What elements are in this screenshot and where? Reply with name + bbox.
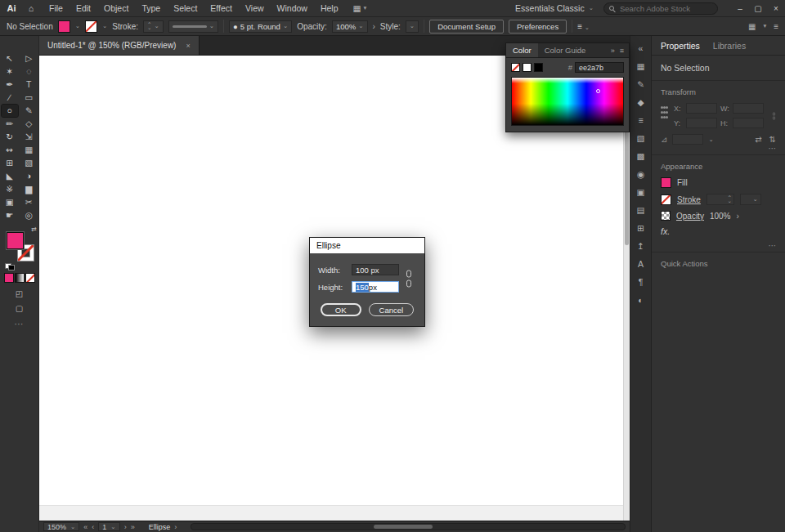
status-bar-arrow-icon[interactable]: › <box>174 523 177 531</box>
chevron-down-icon[interactable]: ⌄ <box>154 23 159 29</box>
stepper-arrows-icon[interactable]: ⌃⌄ <box>727 196 731 202</box>
home-icon[interactable]: ⌂ <box>23 3 39 13</box>
tab-libraries[interactable]: Libraries <box>713 41 746 51</box>
asset-export-panel-icon[interactable]: ↥ <box>634 240 648 253</box>
drawing-modes-icon[interactable]: ◰ <box>0 289 38 298</box>
panel-menu-icon[interactable]: ≡ <box>620 47 624 55</box>
transparency-panel-icon[interactable]: ▩ <box>634 150 648 163</box>
flip-vertical-icon[interactable]: ⇅ <box>769 135 776 144</box>
menu-effect[interactable]: Effect <box>204 3 239 13</box>
menu-object[interactable]: Object <box>97 3 135 13</box>
previous-artboard-icon[interactable]: ‹ <box>92 523 94 531</box>
hex-value-field[interactable]: ee2a7b <box>575 62 624 73</box>
opacity-label[interactable]: Opacity: <box>297 22 327 31</box>
libraries-panel-icon[interactable]: ◐ <box>634 294 648 306</box>
more-options-icon[interactable]: ⋯ <box>769 241 778 250</box>
rotation-field[interactable] <box>672 134 703 145</box>
eyedropper-tool[interactable]: ◣ <box>2 170 18 182</box>
selection-tool[interactable]: ↖ <box>2 52 18 65</box>
column-graph-tool[interactable]: ▆ <box>20 183 37 195</box>
minimize-button[interactable]: – <box>731 4 749 13</box>
zoom-level-select[interactable]: 150% ⌄ <box>43 522 79 531</box>
menu-file[interactable]: File <box>43 3 70 13</box>
variable-width-profile-dropdown[interactable]: ⌄ <box>168 20 218 33</box>
free-transform-tool[interactable]: ▦ <box>20 144 37 156</box>
fx-button[interactable]: fx. <box>661 226 670 236</box>
last-artboard-icon[interactable]: » <box>131 523 135 531</box>
color-mode-button[interactable] <box>4 273 14 283</box>
menu-window[interactable]: Window <box>271 3 314 13</box>
direct-selection-tool[interactable]: ▷ <box>20 52 37 65</box>
color-spectrum-marker[interactable] <box>596 89 600 93</box>
swatches-panel-icon[interactable]: ▦ <box>634 60 648 73</box>
constrain-proportions-icon[interactable] <box>772 108 776 124</box>
cancel-button[interactable]: Cancel <box>369 303 415 316</box>
shaper-tool[interactable]: ◇ <box>20 118 37 130</box>
stroke-weight-stepper[interactable]: ⌃⌄ ⌄ <box>143 20 164 33</box>
opacity-value[interactable]: 100% <box>710 212 731 221</box>
document-setup-button[interactable]: Document Setup <box>429 20 504 34</box>
menu-select[interactable]: Select <box>167 3 204 13</box>
magic-wand-tool[interactable]: ✶ <box>2 65 18 78</box>
stroke-label[interactable]: Stroke <box>677 195 701 204</box>
blend-tool[interactable]: ◑ <box>20 170 37 182</box>
layers-panel-icon[interactable]: ▤ <box>634 204 648 217</box>
close-tab-icon[interactable]: × <box>186 42 190 50</box>
opacity-panel-arrow-icon[interactable]: › <box>736 212 738 221</box>
menu-help[interactable]: Help <box>314 3 345 13</box>
stroke-color-swatch[interactable] <box>85 20 97 33</box>
preferences-button[interactable]: Preferences <box>509 20 567 34</box>
style-label[interactable]: Style: <box>380 22 401 31</box>
chevron-down-icon[interactable]: ⌄ <box>708 136 713 143</box>
reference-point-selector[interactable] <box>661 105 668 119</box>
stroke-panel-icon[interactable]: ≡ <box>634 114 648 127</box>
slice-tool[interactable]: ✂ <box>20 196 37 208</box>
zoom-tool[interactable]: ◎ <box>20 209 37 221</box>
height-input[interactable]: 150 px <box>352 281 399 293</box>
control-panel-menu-icon[interactable]: ≡ <box>774 22 778 31</box>
tab-properties[interactable]: Properties <box>661 41 700 51</box>
search-input[interactable] <box>618 3 712 14</box>
width-tool[interactable]: ↭ <box>2 144 18 156</box>
align-options-dropdown[interactable]: ≡ ⌄ <box>577 22 590 31</box>
arrange-documents-dropdown[interactable]: ▦ ▾ <box>353 3 367 13</box>
stroke-unit-dropdown[interactable]: ⌄ <box>740 194 761 205</box>
mesh-tool[interactable]: ⊞ <box>2 157 18 169</box>
ok-button[interactable]: OK <box>321 303 361 316</box>
y-field[interactable] <box>686 118 717 128</box>
fill-swatch[interactable] <box>661 177 671 188</box>
line-segment-tool[interactable]: ∕ <box>2 92 18 104</box>
screen-mode-icon[interactable]: ▢ <box>0 304 38 313</box>
hand-tool[interactable]: ☛ <box>2 209 18 221</box>
opacity-label[interactable]: Opacity <box>676 212 704 221</box>
document-tab[interactable]: Untitled-1* @ 150% (RGB/Preview) × <box>39 36 200 55</box>
pasteboard[interactable] <box>39 505 623 521</box>
artboard-tool[interactable]: ▣ <box>2 196 18 208</box>
document-arrange-icon[interactable]: ▦ <box>748 22 756 31</box>
lasso-tool[interactable]: ◌ <box>20 65 37 78</box>
ellipse-tool[interactable]: ○ <box>2 105 18 117</box>
x-field[interactable] <box>686 103 717 114</box>
stroke-weight-label[interactable]: Stroke: <box>112 22 138 31</box>
menu-edit[interactable]: Edit <box>70 3 97 13</box>
stroke-weight-stepper[interactable]: ⌃⌄ <box>706 194 734 205</box>
constrain-proportions-icon[interactable] <box>404 270 414 288</box>
default-fill-stroke-icon[interactable] <box>5 263 15 270</box>
opacity-field[interactable]: 100% ⌄ <box>332 20 368 33</box>
graphic-styles-panel-icon[interactable]: ▣ <box>634 186 648 199</box>
flip-horizontal-icon[interactable]: ⇄ <box>755 135 761 144</box>
maximize-button[interactable]: ▢ <box>749 4 767 13</box>
tab-color[interactable]: Color <box>506 43 538 57</box>
symbols-panel-icon[interactable]: ◆ <box>634 96 648 109</box>
close-button[interactable]: × <box>767 4 785 13</box>
stepper-arrows-icon[interactable]: ⌃⌄ <box>147 23 151 29</box>
collapse-panel-icon[interactable]: » <box>611 47 615 55</box>
fill-proxy-swatch[interactable] <box>7 232 24 249</box>
adobe-stock-search[interactable] <box>603 2 718 15</box>
gradient-mode-button[interactable] <box>15 273 25 283</box>
rectangle-tool[interactable]: ▭ <box>20 92 37 104</box>
opacity-panel-arrow-icon[interactable]: › <box>373 22 375 31</box>
chevron-down-icon[interactable]: ▾ <box>763 23 766 29</box>
none-color-swatch[interactable] <box>511 63 520 72</box>
appearance-panel-icon[interactable]: ◉ <box>634 168 648 181</box>
